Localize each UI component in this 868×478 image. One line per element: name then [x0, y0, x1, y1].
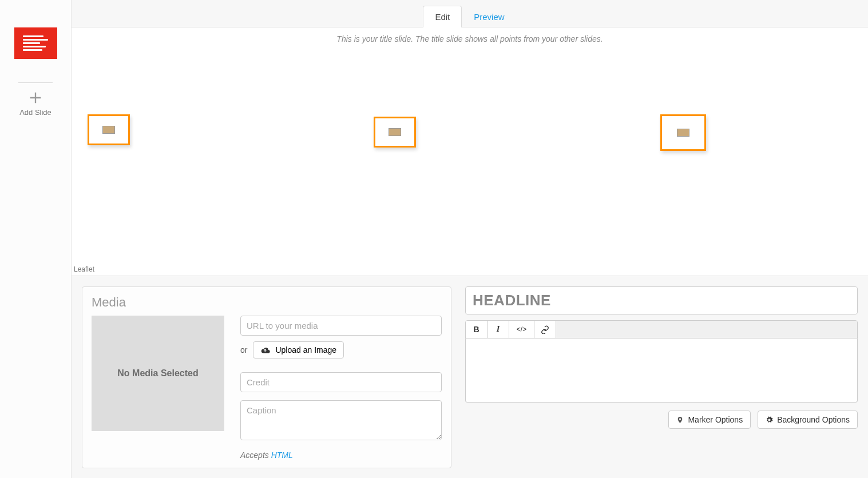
media-url-input[interactable]: [240, 316, 442, 336]
upload-image-label: Upload an Image: [275, 345, 336, 354]
media-preview[interactable]: No Media Selected: [92, 316, 224, 431]
canvas-description: This is your title slide. The title slid…: [72, 27, 868, 50]
upload-image-button[interactable]: Upload an Image: [253, 341, 344, 358]
marker-options-label: Marker Options: [688, 415, 743, 424]
marker-thumb-icon: [102, 126, 115, 134]
media-title: Media: [92, 295, 442, 310]
italic-icon: I: [497, 325, 500, 334]
link-button[interactable]: [534, 321, 556, 338]
background-options-label: Background Options: [777, 415, 850, 424]
bold-button[interactable]: B: [466, 321, 487, 338]
map-marker[interactable]: [660, 114, 706, 151]
no-media-label: No Media Selected: [117, 368, 198, 379]
map-marker[interactable]: [88, 114, 130, 145]
content-panel: B I </> Marker Options B: [465, 286, 858, 468]
slide-sidebar: Add Slide: [0, 0, 72, 478]
thumb-lines-icon: [23, 35, 48, 51]
tab-edit[interactable]: Edit: [423, 6, 462, 27]
pin-icon: [676, 416, 684, 424]
code-icon: </>: [517, 325, 526, 333]
map-marker[interactable]: [374, 117, 416, 148]
gear-icon: [766, 416, 773, 424]
editor-row: Media No Media Selected or Upload an Ima…: [72, 276, 868, 468]
marker-thumb-icon: [389, 128, 401, 136]
media-panel: Media No Media Selected or Upload an Ima…: [82, 286, 451, 468]
map-attribution[interactable]: Leaflet: [74, 265, 94, 273]
marker-options-button[interactable]: Marker Options: [668, 411, 751, 429]
code-button[interactable]: </>: [509, 321, 534, 338]
canvas-wrap: This is your title slide. The title slid…: [72, 27, 868, 276]
text-toolbar: B I </>: [465, 320, 858, 338]
accepts-row: Accepts HTML: [240, 451, 442, 460]
add-slide-button[interactable]: Add Slide: [19, 90, 51, 117]
accepts-prefix: Accepts: [240, 451, 271, 460]
title-slide-thumbnail[interactable]: [14, 27, 57, 59]
headline-input[interactable]: [466, 287, 857, 314]
tabs-row: Edit Preview: [72, 0, 868, 27]
bold-icon: B: [473, 325, 479, 334]
main-area: Edit Preview This is your title slide. T…: [72, 0, 868, 478]
plus-icon: [27, 90, 43, 106]
link-icon: [541, 325, 549, 334]
headline-wrap: [465, 286, 858, 314]
or-label: or: [240, 345, 247, 354]
media-caption-input[interactable]: [240, 400, 442, 440]
accepts-html-link[interactable]: HTML: [271, 451, 293, 460]
add-slide-label: Add Slide: [19, 108, 51, 117]
marker-thumb-icon: [677, 129, 689, 137]
cloud-upload-icon: [260, 346, 271, 354]
map-canvas[interactable]: Leaflet: [72, 50, 868, 276]
tab-preview[interactable]: Preview: [462, 6, 516, 27]
toolbar-spacer: [556, 321, 857, 338]
background-options-button[interactable]: Background Options: [758, 411, 858, 429]
body-text-editor[interactable]: [465, 338, 858, 403]
italic-button[interactable]: I: [487, 321, 509, 338]
media-credit-input[interactable]: [240, 372, 442, 392]
sidebar-divider: [18, 82, 53, 83]
